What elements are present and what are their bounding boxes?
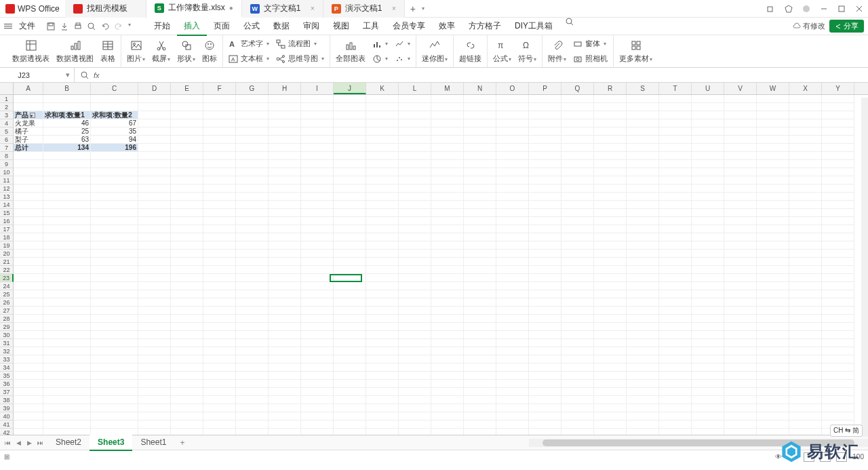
minimize-button[interactable] <box>815 0 833 18</box>
cell[interactable] <box>301 315 334 323</box>
cell[interactable] <box>757 160 789 168</box>
cell[interactable] <box>138 331 171 339</box>
cell[interactable] <box>431 404 464 412</box>
maximize-button[interactable] <box>833 0 850 18</box>
cell[interactable] <box>269 412 301 420</box>
cell[interactable] <box>594 128 627 136</box>
cell[interactable] <box>464 355 496 364</box>
tab-review[interactable]: 审阅 <box>296 17 326 36</box>
row-header[interactable]: 16 <box>0 217 14 225</box>
cell[interactable] <box>431 136 464 144</box>
cell[interactable] <box>431 233 464 241</box>
column-header[interactable]: O <box>496 83 529 94</box>
sheet-tab[interactable]: Sheet3 <box>90 435 132 451</box>
cell[interactable] <box>91 339 138 347</box>
cell[interactable] <box>822 258 854 266</box>
cell[interactable] <box>789 347 822 355</box>
cell[interactable] <box>431 103 464 111</box>
column-header[interactable]: X <box>789 83 822 94</box>
tab-page[interactable]: 页面 <box>207 17 237 36</box>
row-header[interactable]: 38 <box>0 396 14 404</box>
cell[interactable] <box>334 347 366 355</box>
cell[interactable] <box>724 136 757 144</box>
cell[interactable] <box>757 323 789 331</box>
cell[interactable] <box>203 233 236 241</box>
cell[interactable] <box>14 372 43 380</box>
cell[interactable] <box>496 152 529 160</box>
cell[interactable] <box>561 364 594 372</box>
cell[interactable] <box>43 95 91 103</box>
cell[interactable] <box>594 429 627 435</box>
cell[interactable] <box>236 209 269 217</box>
cell[interactable] <box>138 193 171 201</box>
cell[interactable] <box>529 95 561 103</box>
cell[interactable] <box>43 209 91 217</box>
cell[interactable] <box>366 429 399 435</box>
cell[interactable] <box>822 364 854 372</box>
cell[interactable] <box>724 290 757 298</box>
cell[interactable] <box>692 95 724 103</box>
cell[interactable] <box>659 168 692 176</box>
cell[interactable] <box>692 152 724 160</box>
cell[interactable] <box>724 388 757 396</box>
cell[interactable] <box>171 217 203 225</box>
cell[interactable] <box>14 339 43 347</box>
column-chart-button[interactable]: ▾ <box>372 37 388 51</box>
cell[interactable] <box>301 298 334 307</box>
cell[interactable] <box>594 119 627 128</box>
cell[interactable] <box>822 412 854 420</box>
tab-view[interactable]: 视图 <box>326 17 356 36</box>
cell[interactable] <box>627 355 659 364</box>
cell[interactable] <box>366 307 399 315</box>
cell[interactable] <box>43 176 91 184</box>
cell[interactable] <box>14 412 43 420</box>
cell[interactable] <box>138 380 171 388</box>
cell[interactable] <box>594 250 627 258</box>
column-header[interactable]: G <box>236 83 269 94</box>
cell[interactable] <box>724 152 757 160</box>
form-control-button[interactable]: 窗体▾ <box>573 37 608 51</box>
cell[interactable] <box>627 388 659 396</box>
cell[interactable] <box>529 103 561 111</box>
cell[interactable] <box>496 298 529 307</box>
cell[interactable] <box>496 266 529 274</box>
cell[interactable] <box>138 323 171 331</box>
cell[interactable] <box>269 404 301 412</box>
cell[interactable] <box>399 250 431 258</box>
cell[interactable] <box>659 380 692 388</box>
cell[interactable] <box>138 136 171 144</box>
cell[interactable] <box>366 160 399 168</box>
cell[interactable] <box>138 282 171 290</box>
cell[interactable] <box>757 184 789 193</box>
cell[interactable] <box>627 128 659 136</box>
cell[interactable] <box>561 380 594 388</box>
cell[interactable] <box>692 429 724 435</box>
cell[interactable] <box>692 225 724 233</box>
cell[interactable] <box>138 388 171 396</box>
cell[interactable] <box>431 241 464 250</box>
cell[interactable] <box>171 193 203 201</box>
cell[interactable] <box>203 241 236 250</box>
cell[interactable] <box>366 201 399 209</box>
cell[interactable] <box>138 184 171 193</box>
cell[interactable] <box>301 290 334 298</box>
cell[interactable] <box>43 331 91 339</box>
cell[interactable] <box>301 225 334 233</box>
cell[interactable] <box>659 111 692 119</box>
row-header[interactable]: 1 <box>0 95 14 103</box>
cell[interactable] <box>334 103 366 111</box>
cell[interactable] <box>14 404 43 412</box>
cell[interactable] <box>236 380 269 388</box>
cell[interactable] <box>203 258 236 266</box>
cell[interactable] <box>14 282 43 290</box>
cell[interactable] <box>822 201 854 209</box>
cell[interactable] <box>789 176 822 184</box>
cell[interactable] <box>496 396 529 404</box>
cell[interactable] <box>627 331 659 339</box>
cell[interactable] <box>203 103 236 111</box>
cell[interactable] <box>822 136 854 144</box>
cell[interactable] <box>236 250 269 258</box>
cell[interactable] <box>236 136 269 144</box>
cell[interactable] <box>529 225 561 233</box>
cell[interactable] <box>138 339 171 347</box>
